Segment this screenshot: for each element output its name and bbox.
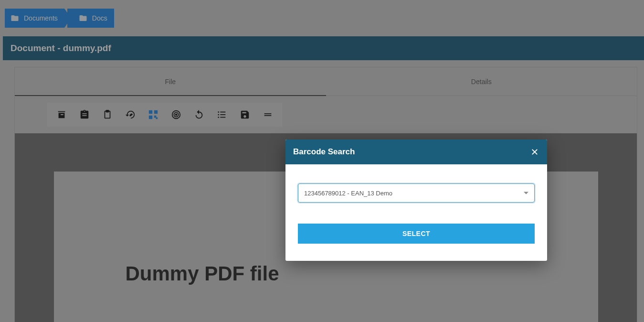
dialog-header: Barcode Search: [285, 140, 547, 164]
close-icon: [531, 148, 538, 156]
dialog-title: Barcode Search: [293, 147, 355, 157]
chevron-down-icon: [524, 192, 528, 194]
barcode-search-dialog: Barcode Search 123456789012 - EAN_13 Dem…: [285, 140, 547, 261]
select-value: 123456789012 - EAN_13 Demo: [304, 190, 392, 197]
close-button[interactable]: [530, 147, 539, 157]
barcode-select[interactable]: 123456789012 - EAN_13 Demo: [298, 183, 535, 203]
select-button[interactable]: Select: [298, 224, 535, 244]
